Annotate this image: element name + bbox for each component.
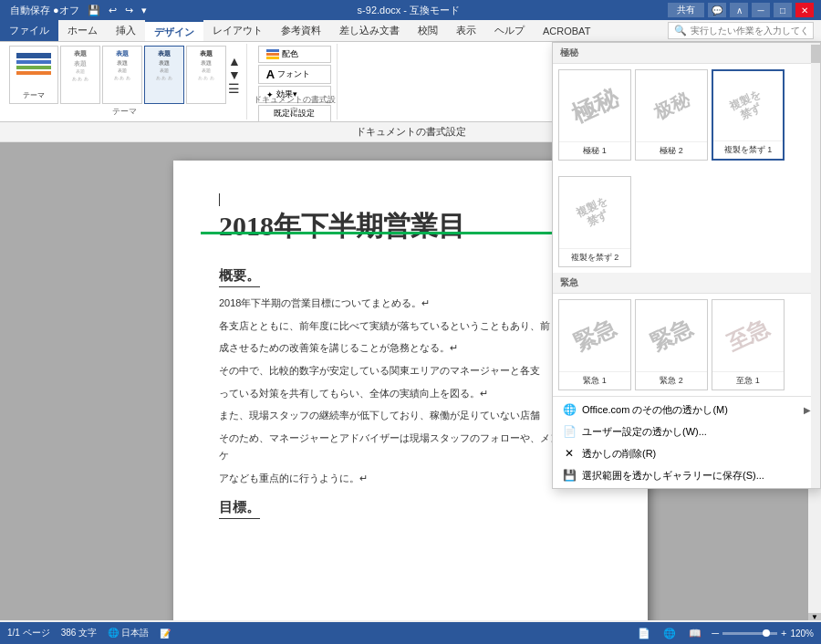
- custom-icon: 📄: [562, 424, 577, 439]
- save-btn[interactable]: 💾: [85, 4, 103, 17]
- office-icon: 🌐: [562, 402, 577, 417]
- wm-text-6: 緊急: [645, 313, 697, 358]
- wm-menu-save-gallery[interactable]: 💾 選択範囲を透かしギャラリーに保存(S)...: [553, 464, 820, 486]
- wm-menu-label-1: Office.com のその他の透かし(M): [582, 403, 728, 417]
- tab-home[interactable]: ホーム: [58, 20, 107, 41]
- wm-text-7: 至急: [722, 313, 774, 358]
- tab-mailings[interactable]: 差し込み文書: [330, 20, 409, 41]
- tab-design[interactable]: デザイン: [145, 20, 203, 41]
- zoom-thumb: [763, 629, 770, 637]
- autosave-btn[interactable]: 自動保存 ●オフ: [7, 3, 82, 18]
- wm-preview-4: 複製を禁ず: [559, 177, 630, 248]
- ribbon-group-themes: テーマ 表題 表題 表題 あ あ あ 表題 表題 表題 あ あ あ: [4, 44, 247, 119]
- themes-btn[interactable]: テーマ: [9, 46, 58, 104]
- wm-section-confidential: 極秘: [553, 43, 820, 64]
- zoom-out-btn[interactable]: ─: [712, 628, 719, 639]
- comments-btn[interactable]: 💬: [708, 3, 726, 17]
- wm-item-confidential2[interactable]: 极秘 極秘 2: [635, 69, 708, 161]
- wm-item-confidential1[interactable]: 極秘 極秘 1: [558, 69, 631, 161]
- doc-format-1[interactable]: 表題 表題 表題 あ あ あ: [60, 46, 100, 104]
- status-words: 386 文字: [61, 627, 97, 639]
- colors-content: 配色 A フォント ✦ 効果▾ 既定に設定: [258, 46, 331, 135]
- wm-label-2: 極秘 2: [636, 141, 707, 160]
- wm-preview-2: 极秘: [636, 70, 707, 141]
- expand-btn[interactable]: ☰: [228, 82, 241, 95]
- title-bar-left: 自動保存 ●オフ 💾 ↩ ↪ ▾: [7, 3, 150, 18]
- tab-insert[interactable]: 挿入: [107, 20, 145, 41]
- wm-preview-5: 緊急: [559, 300, 630, 371]
- share-btn[interactable]: 共有: [668, 3, 704, 17]
- doc-format-3[interactable]: 表題 表題 表題 あ あ あ: [144, 46, 184, 104]
- wm-text-1: 極秘: [566, 81, 623, 130]
- scroll-up-btn[interactable]: ▲: [228, 55, 241, 68]
- proofread-icon: 📝: [160, 628, 171, 639]
- wm-item-copyforbid1[interactable]: 複製を禁ず 複製を禁ず 1: [712, 69, 785, 161]
- tab-layout[interactable]: レイアウト: [203, 20, 272, 41]
- wm-grid-copy: 複製を禁ず 複製を禁ず 2: [553, 174, 820, 273]
- wm-label-4: 複製を禁ず 2: [559, 248, 630, 266]
- wm-preview-7: 至急: [712, 300, 784, 371]
- fonts-btn[interactable]: A フォント: [258, 65, 331, 84]
- ribbon-hide-btn[interactable]: ∧: [730, 3, 748, 17]
- tab-help[interactable]: ヘルプ: [485, 20, 534, 41]
- wm-label-5: 緊急 1: [559, 371, 630, 390]
- doc-para-7: そのため、マネージャーとアドバイザーは現場スタッフのフォローや、メンタル面のケ: [219, 430, 602, 463]
- view-web-btn[interactable]: 🌐: [660, 627, 679, 640]
- wm-label-1: 極秘 1: [559, 141, 630, 160]
- doc-para-1: 2018年下半期の営業目標についてまとめる。↵: [219, 295, 602, 312]
- save-gallery-icon: 💾: [562, 468, 577, 483]
- doc-para-3: 成させるための改善策を講じることが急務となる。↵: [219, 339, 602, 357]
- wm-item-urgent2[interactable]: 緊急 緊急 2: [635, 299, 708, 390]
- view-read-btn[interactable]: 📖: [686, 627, 704, 640]
- scroll-down-btn[interactable]: ▼: [228, 68, 241, 81]
- customize-btn[interactable]: ▾: [139, 4, 150, 17]
- wm-label-7: 至急 1: [712, 371, 784, 390]
- wm-scroll-thumb: [811, 45, 820, 63]
- zoom-in-btn[interactable]: +: [781, 628, 786, 639]
- zoom-slider[interactable]: [722, 632, 777, 635]
- close-btn[interactable]: ✕: [795, 3, 814, 17]
- doc-format-2[interactable]: 表題 表題 表題 あ あ あ: [102, 46, 142, 104]
- wm-scrollbar[interactable]: [811, 43, 820, 488]
- wm-item-urgent1[interactable]: 緊急 緊急 1: [558, 299, 631, 390]
- colors-btn[interactable]: 配色: [258, 46, 331, 63]
- undo-btn[interactable]: ↩: [106, 4, 120, 17]
- wm-text-3: 複製を禁ず: [728, 87, 769, 124]
- wm-item-urgent3[interactable]: 至急 至急 1: [712, 299, 785, 390]
- doc-heading: 2018年下半期営業目: [219, 208, 602, 245]
- tab-references[interactable]: 参考資料: [272, 20, 330, 41]
- wm-menu: 🌐 Office.com のその他の透かし(M) ▶ 📄 ユーザー設定の透かし(…: [553, 396, 820, 488]
- wm-item-copyforbid2[interactable]: 複製を禁ず 複製を禁ず 2: [558, 176, 631, 267]
- tab-review[interactable]: 校閲: [409, 20, 447, 41]
- wm-menu-office[interactable]: 🌐 Office.com のその他の透かし(M) ▶: [553, 399, 820, 421]
- tab-acrobat[interactable]: ACROBAT: [534, 20, 599, 41]
- cursor: [219, 193, 220, 206]
- zoom-control: ─ + 120%: [712, 628, 814, 639]
- section-title-2: 目標。: [219, 499, 260, 519]
- tab-file[interactable]: ファイル: [0, 20, 58, 41]
- search-input[interactable]: [691, 26, 807, 36]
- doc-para-6: また、現場スタッフの継続率が低下しており、稼働が足りていない店舗: [219, 407, 602, 424]
- maximize-btn[interactable]: □: [774, 3, 792, 17]
- docformat-group-label: ドキュメントの書式設定: [253, 94, 337, 118]
- wm-menu-custom[interactable]: 📄 ユーザー設定の透かし(W)...: [553, 421, 820, 442]
- ribbon-group-colors: 配色 A フォント ✦ 効果▾ 既定に設定 ドキュメントの書式設定: [253, 44, 338, 119]
- tab-view[interactable]: 表示: [447, 20, 485, 41]
- section-title-1: 概要。: [219, 267, 260, 287]
- wm-menu-remove[interactable]: ✕ 透かしの削除(R): [553, 442, 820, 464]
- doc-para-4: その中で、比較的数字が安定している関東エリアのマネージャーと各支: [219, 362, 602, 379]
- view-print-btn[interactable]: 📄: [635, 627, 653, 640]
- wm-text-5: 緊急: [568, 313, 620, 358]
- scroll-down[interactable]: ▼: [808, 613, 821, 620]
- minimize-btn[interactable]: ─: [752, 3, 770, 17]
- watermark-dropdown: 極秘 極秘 極秘 1 极秘 極秘 2 複製を禁ず 複製を禁ず: [552, 42, 821, 489]
- doc-format-4[interactable]: 表題 表題 表題 あ あ あ: [186, 46, 226, 104]
- ribbon-group-docformat: [249, 44, 251, 119]
- wm-preview-3: 複製を禁ず: [713, 71, 783, 140]
- redo-btn[interactable]: ↪: [122, 4, 136, 17]
- remove-icon: ✕: [562, 446, 577, 461]
- doc-para-2: 各支店とともに、前年度に比べて実績が落ちているということもあり、前: [219, 317, 602, 335]
- wm-grid-confidential: 極秘 極秘 1 极秘 極秘 2 複製を禁ず 複製を禁ず 1: [553, 64, 820, 166]
- wm-section-urgent: 緊急: [553, 273, 820, 294]
- arrow-icon: ▶: [804, 405, 811, 415]
